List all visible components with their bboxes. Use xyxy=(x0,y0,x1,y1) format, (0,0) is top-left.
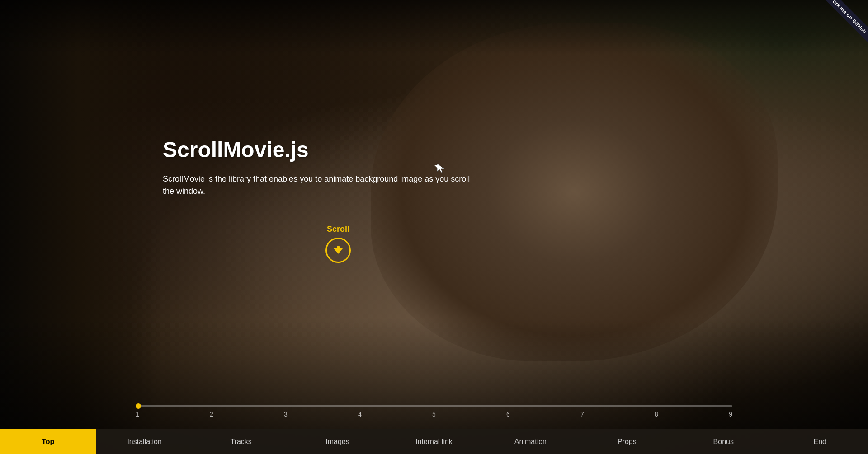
hero-description: ScrollMovie is the library that enables … xyxy=(163,173,479,197)
nav-item-end[interactable]: End xyxy=(772,429,868,454)
nav-item-installation[interactable]: Installation xyxy=(96,429,193,454)
progress-num-3: 3 xyxy=(284,411,288,418)
nav-label-tracks: Tracks xyxy=(230,438,251,446)
nav-item-animation[interactable]: Animation xyxy=(482,429,579,454)
nav-item-tracks[interactable]: Tracks xyxy=(193,429,289,454)
nav-label-installation: Installation xyxy=(127,438,162,446)
progress-num-1: 1 xyxy=(136,411,139,418)
nav-label-top: Top xyxy=(42,438,54,446)
progress-num-8: 8 xyxy=(655,411,658,418)
page-title: ScrollMovie.js xyxy=(163,137,309,162)
nav-item-props[interactable]: Props xyxy=(579,429,675,454)
scroll-down-icon xyxy=(332,244,344,257)
nav-item-internal-link[interactable]: Internal link xyxy=(386,429,482,454)
fork-ribbon-label[interactable]: Fork me on GitHub xyxy=(821,0,868,43)
scroll-label: Scroll xyxy=(327,225,349,234)
progress-num-7: 7 xyxy=(580,411,584,418)
progress-num-5: 5 xyxy=(432,411,436,418)
nav-label-images: Images xyxy=(326,438,349,446)
scroll-button[interactable] xyxy=(326,238,351,263)
progress-marker xyxy=(136,403,141,409)
nav-label-animation: Animation xyxy=(514,438,547,446)
svg-rect-1 xyxy=(337,246,340,250)
nav-label-props: Props xyxy=(618,438,637,446)
fork-ribbon[interactable]: Fork me on GitHub xyxy=(814,0,868,54)
nav-label-end: End xyxy=(813,438,826,446)
progress-num-4: 4 xyxy=(358,411,362,418)
progress-num-9: 9 xyxy=(729,411,732,418)
nav-item-bonus[interactable]: Bonus xyxy=(675,429,772,454)
progress-num-2: 2 xyxy=(210,411,213,418)
nav-item-images[interactable]: Images xyxy=(289,429,386,454)
hero-section: ScrollMovie.js ScrollMovie is the librar… xyxy=(0,0,868,454)
nav-item-top[interactable]: Top xyxy=(0,429,96,454)
progress-numbers: 1 2 3 4 5 6 7 8 9 xyxy=(136,411,732,418)
nav-label-internal-link: Internal link xyxy=(415,438,453,446)
nav-label-bonus: Bonus xyxy=(713,438,734,446)
progress-num-6: 6 xyxy=(506,411,510,418)
main-content: ScrollMovie.js ScrollMovie is the librar… xyxy=(0,0,868,454)
progress-bar-section: 1 2 3 4 5 6 7 8 9 xyxy=(0,405,868,418)
bottom-nav: Top Installation Tracks Images Internal … xyxy=(0,429,868,454)
progress-bar-track xyxy=(136,405,732,407)
